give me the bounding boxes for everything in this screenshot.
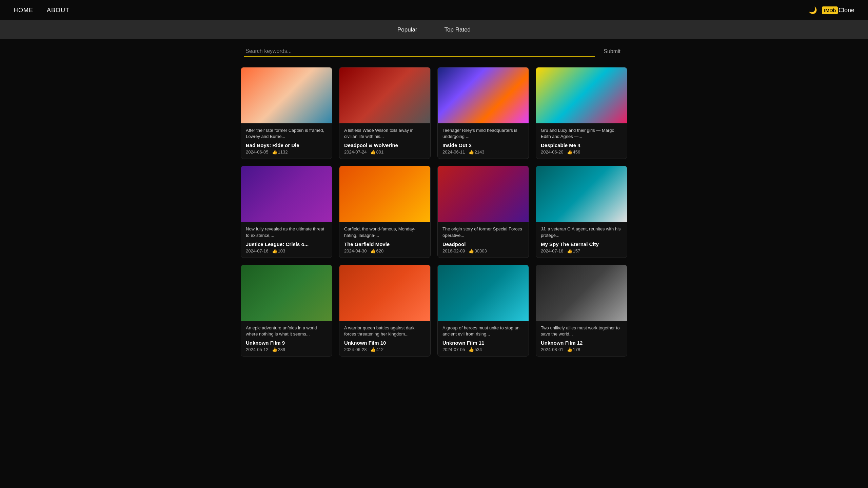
nav-links: HOME ABOUT xyxy=(14,7,70,14)
movie-card[interactable]: The origin story of former Special Force… xyxy=(437,166,529,258)
movie-likes: 👍2143 xyxy=(469,149,485,155)
movie-date: 2016-02-09 xyxy=(442,248,465,253)
movie-poster xyxy=(339,67,430,123)
like-icon: 👍 xyxy=(370,347,376,352)
movie-title: Unknown Film 9 xyxy=(246,340,327,346)
movie-title: Justice League: Crisis o... xyxy=(246,241,327,247)
movie-date: 2024-06-20 xyxy=(541,149,564,155)
movie-meta: 2024-07-24 👍801 xyxy=(344,149,426,155)
movie-date: 2024-08-01 xyxy=(541,347,564,352)
movie-title: Bad Boys: Ride or Die xyxy=(246,142,327,148)
movie-meta: 2024-07-05 👍534 xyxy=(442,347,524,352)
movie-description: An epic adventure unfolds in a world whe… xyxy=(246,325,327,337)
movie-meta: 2024-07-18 👍157 xyxy=(541,248,622,253)
movie-description: JJ, a veteran CIA agent, reunites with h… xyxy=(541,226,622,238)
movie-meta: 2024-06-11 👍2143 xyxy=(442,149,524,155)
movie-poster xyxy=(536,67,627,123)
movie-card[interactable]: A group of heroes must unite to stop an … xyxy=(437,265,529,357)
movie-description: Garfield, the world-famous, Monday-hatin… xyxy=(344,226,426,238)
movie-poster xyxy=(241,67,332,123)
nav-home[interactable]: HOME xyxy=(14,7,33,14)
like-icon: 👍 xyxy=(567,347,572,352)
theme-toggle-button[interactable]: 🌙 xyxy=(809,6,817,14)
imdb-brand: IMDb Clone xyxy=(822,6,854,14)
movie-date: 2024-04-30 xyxy=(344,248,367,253)
movie-info: Now fully revealed as the ultimate threa… xyxy=(241,222,332,257)
movie-description: Gru and Lucy and their girls — Margo, Ed… xyxy=(541,127,622,140)
movie-poster xyxy=(536,265,627,321)
movie-title: Unknown Film 10 xyxy=(344,340,426,346)
submit-button[interactable]: Submit xyxy=(600,46,624,57)
movie-card[interactable]: Two unlikely allies must work together t… xyxy=(536,265,627,357)
movie-title: The Garfield Movie xyxy=(344,241,426,247)
movie-likes: 👍412 xyxy=(370,347,384,352)
movie-poster xyxy=(438,265,529,321)
movie-likes: 👍30303 xyxy=(469,248,487,253)
movie-card[interactable]: After their late former Captain is frame… xyxy=(241,67,332,159)
movie-date: 2024-07-05 xyxy=(442,347,465,352)
movie-info: A group of heroes must unite to stop an … xyxy=(438,321,529,356)
subnav-top-rated[interactable]: Top Rated xyxy=(445,26,471,33)
search-input[interactable] xyxy=(244,46,595,57)
movie-meta: 2024-06-20 👍456 xyxy=(541,149,622,155)
movie-date: 2024-07-16 xyxy=(246,248,269,253)
movie-description: Now fully revealed as the ultimate threa… xyxy=(246,226,327,238)
movie-likes: 👍1132 xyxy=(272,149,288,155)
movie-meta: 2024-05-12 👍289 xyxy=(246,347,327,352)
movie-card[interactable]: A listless Wade Wilson toils away in civ… xyxy=(339,67,431,159)
like-icon: 👍 xyxy=(469,347,474,352)
movie-card[interactable]: Gru and Lucy and their girls — Margo, Ed… xyxy=(536,67,627,159)
movie-description: A listless Wade Wilson toils away in civ… xyxy=(344,127,426,140)
movie-poster xyxy=(438,166,529,222)
movie-meta: 2024-06-05 👍1132 xyxy=(246,149,327,155)
movie-card[interactable]: Garfield, the world-famous, Monday-hatin… xyxy=(339,166,431,258)
movie-description: A warrior queen battles against dark for… xyxy=(344,325,426,337)
movie-title: Despicable Me 4 xyxy=(541,142,622,148)
movie-card[interactable]: JJ, a veteran CIA agent, reunites with h… xyxy=(536,166,627,258)
movie-description: After their late former Captain is frame… xyxy=(246,127,327,140)
subnav-popular[interactable]: Popular xyxy=(397,26,417,33)
movie-poster xyxy=(339,265,430,321)
nav-about[interactable]: ABOUT xyxy=(47,7,70,14)
movie-poster xyxy=(241,166,332,222)
movie-poster xyxy=(241,265,332,321)
movie-info: The origin story of former Special Force… xyxy=(438,222,529,257)
movie-meta: 2024-06-28 👍412 xyxy=(344,347,426,352)
movie-likes: 👍178 xyxy=(567,347,580,352)
movie-date: 2024-06-11 xyxy=(442,149,465,155)
movie-likes: 👍157 xyxy=(567,248,580,253)
movie-description: A group of heroes must unite to stop an … xyxy=(442,325,524,337)
movie-likes: 👍103 xyxy=(272,248,285,253)
movie-card[interactable]: A warrior queen battles against dark for… xyxy=(339,265,431,357)
movie-info: A listless Wade Wilson toils away in civ… xyxy=(339,123,430,159)
movie-likes: 👍456 xyxy=(567,149,580,155)
movie-meta: 2024-08-01 👍178 xyxy=(541,347,622,352)
movie-likes: 👍289 xyxy=(272,347,285,352)
movie-title: Deadpool xyxy=(442,241,524,247)
movie-title: Unknown Film 11 xyxy=(442,340,524,346)
movie-poster xyxy=(536,166,627,222)
movie-meta: 2016-02-09 👍30303 xyxy=(442,248,524,253)
movie-likes: 👍620 xyxy=(370,248,384,253)
movie-info: JJ, a veteran CIA agent, reunites with h… xyxy=(536,222,627,257)
movie-date: 2024-07-18 xyxy=(541,248,564,253)
movie-info: Gru and Lucy and their girls — Margo, Ed… xyxy=(536,123,627,159)
like-icon: 👍 xyxy=(370,248,376,253)
movie-poster xyxy=(339,166,430,222)
movie-card[interactable]: Teenager Riley's mind headquarters is un… xyxy=(437,67,529,159)
like-icon: 👍 xyxy=(469,248,474,253)
like-icon: 👍 xyxy=(567,149,572,155)
movie-info: Two unlikely allies must work together t… xyxy=(536,321,627,356)
movie-likes: 👍801 xyxy=(370,149,384,155)
movie-title: My Spy The Eternal City xyxy=(541,241,622,247)
movie-card[interactable]: Now fully revealed as the ultimate threa… xyxy=(241,166,332,258)
movie-meta: 2024-07-16 👍103 xyxy=(246,248,327,253)
movie-info: A warrior queen battles against dark for… xyxy=(339,321,430,356)
movie-card[interactable]: An epic adventure unfolds in a world whe… xyxy=(241,265,332,357)
movie-likes: 👍534 xyxy=(469,347,482,352)
like-icon: 👍 xyxy=(272,149,277,155)
movie-title: Deadpool & Wolverine xyxy=(344,142,426,148)
like-icon: 👍 xyxy=(370,149,376,155)
movie-poster xyxy=(438,67,529,123)
movie-grid: After their late former Captain is frame… xyxy=(227,64,641,370)
